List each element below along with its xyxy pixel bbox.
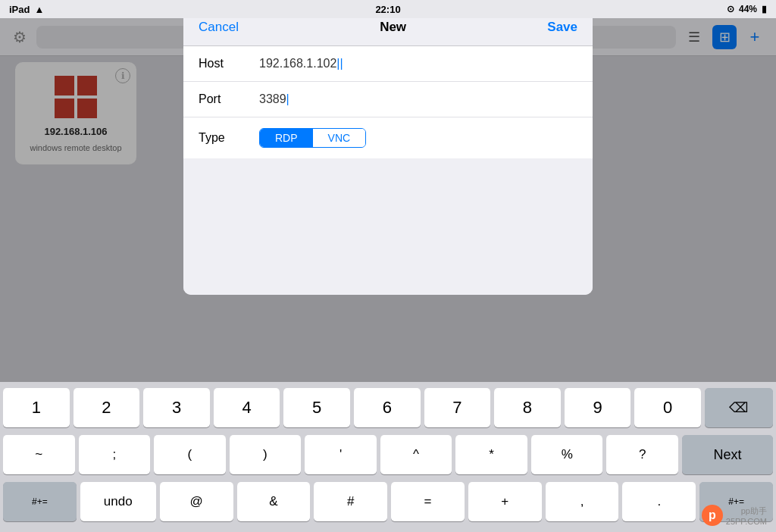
backspace-key[interactable]: ⌫ — [705, 388, 773, 427]
host-label: Host — [199, 57, 259, 70]
watermark: p pp助手 25PP.COM — [702, 505, 767, 526]
host-input[interactable]: 192.168.1.102| — [259, 57, 577, 70]
key-6[interactable]: 6 — [354, 388, 421, 427]
key-open-paren[interactable]: ( — [154, 435, 226, 474]
vnc-option[interactable]: VNC — [313, 129, 366, 147]
key-equals[interactable]: = — [391, 482, 465, 521]
key-9[interactable]: 9 — [565, 388, 631, 427]
modal-empty-area — [183, 158, 593, 295]
key-2[interactable]: 2 — [74, 388, 140, 427]
host-row: Host 192.168.1.102| — [183, 46, 593, 82]
battery-level: 44% — [739, 4, 757, 14]
type-label: Type — [199, 131, 259, 145]
key-hashplus-left[interactable]: #+= — [3, 482, 77, 521]
key-period[interactable]: . — [622, 482, 696, 521]
key-4[interactable]: 4 — [214, 388, 280, 427]
key-1[interactable]: 1 — [3, 388, 70, 427]
key-caret[interactable]: ^ — [380, 435, 452, 474]
device-label: iPad — [9, 4, 30, 15]
key-8[interactable]: 8 — [494, 388, 561, 427]
keyboard-row-more: #+= undo @ & # = + , . #+= — [3, 482, 773, 521]
location-icon: ⊙ — [727, 4, 734, 14]
key-plus[interactable]: + — [468, 482, 542, 521]
key-3[interactable]: 3 — [143, 388, 210, 427]
key-tilde[interactable]: ~ — [3, 435, 75, 474]
status-time: 22:10 — [375, 4, 400, 15]
type-row: Type RDP VNC — [183, 117, 593, 158]
watermark-logo: p — [702, 505, 723, 526]
key-7[interactable]: 7 — [424, 388, 491, 427]
key-undo[interactable]: undo — [80, 482, 156, 521]
modal-dialog: Cancel New Save Host 192.168.1.102| Port… — [183, 9, 593, 295]
keyboard-row-symbols: ~ ; ( ) ' ^ * % ? Next — [3, 435, 773, 474]
wifi-icon: ▲ — [34, 4, 44, 15]
next-key[interactable]: Next — [682, 435, 773, 474]
status-left: iPad ▲ — [9, 4, 44, 15]
port-input[interactable]: 3389 — [259, 92, 577, 106]
key-asterisk[interactable]: * — [455, 435, 527, 474]
key-0[interactable]: 0 — [634, 388, 701, 427]
key-hash[interactable]: # — [314, 482, 387, 521]
modal-title: New — [380, 20, 406, 35]
key-semicolon[interactable]: ; — [79, 435, 151, 474]
key-at[interactable]: @ — [160, 482, 233, 521]
rdp-option[interactable]: RDP — [260, 129, 313, 147]
key-ampersand[interactable]: & — [237, 482, 311, 521]
key-close-paren[interactable]: ) — [230, 435, 302, 474]
port-label: Port — [199, 92, 259, 106]
keyboard: 1 2 3 4 5 6 7 8 9 0 ⌫ ~ ; ( ) ' ^ * % ? … — [0, 382, 776, 532]
key-5[interactable]: 5 — [283, 388, 350, 427]
status-right: ⊙ 44% ▮ — [727, 4, 767, 14]
key-question[interactable]: ? — [606, 435, 678, 474]
watermark-text: pp助手 25PP.COM — [726, 505, 767, 526]
key-percent[interactable]: % — [531, 435, 603, 474]
port-row: Port 3389 — [183, 82, 593, 117]
form-section: Host 192.168.1.102| Port 3389 Type RDP V… — [183, 46, 593, 158]
status-bar: iPad ▲ 22:10 ⊙ 44% ▮ — [0, 0, 776, 18]
battery-icon: ▮ — [762, 4, 767, 14]
type-toggle[interactable]: RDP VNC — [259, 128, 366, 148]
cancel-button[interactable]: Cancel — [199, 20, 239, 35]
key-comma[interactable]: , — [546, 482, 619, 521]
keyboard-row-numbers: 1 2 3 4 5 6 7 8 9 0 ⌫ — [3, 388, 773, 427]
key-apostrophe[interactable]: ' — [305, 435, 377, 474]
save-button[interactable]: Save — [547, 20, 577, 35]
